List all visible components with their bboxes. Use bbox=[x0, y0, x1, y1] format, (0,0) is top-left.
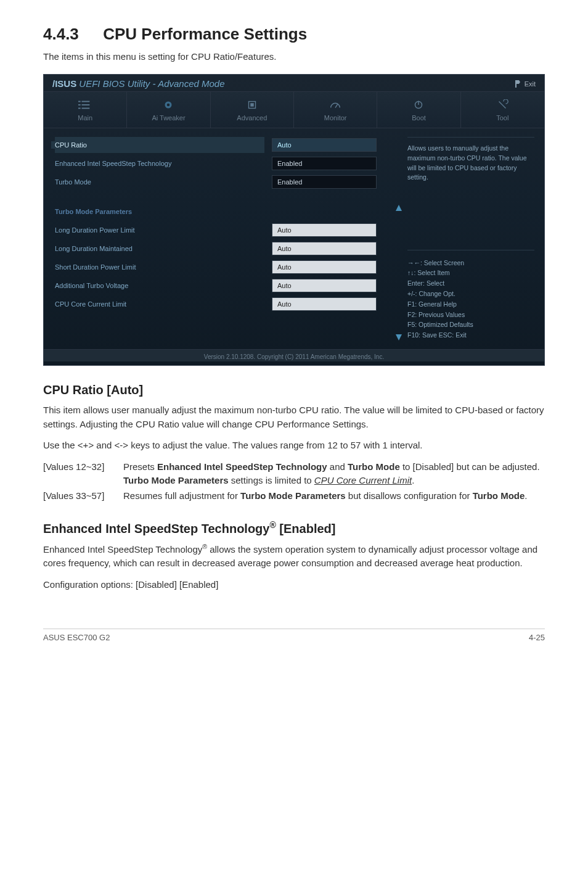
bios-value-pane: Auto Enabled Enabled Auto Auto Auto Auto bbox=[272, 137, 395, 340]
help-line: F1: General Help bbox=[407, 299, 534, 310]
label-cpu-core-limit: CPU Core Current Limit bbox=[55, 300, 264, 308]
values-row: [Values 33~57] Resumes full adjustment f… bbox=[43, 489, 545, 503]
row-short-power[interactable]: Short Duration Power Limit bbox=[55, 259, 264, 275]
values-row: [Values 12~32] Presets Enhanced Intel Sp… bbox=[43, 460, 545, 488]
label-long-maint: Long Duration Maintained bbox=[55, 245, 264, 252]
value-cpu-ratio[interactable]: Auto bbox=[272, 138, 377, 152]
chip-icon bbox=[245, 99, 259, 110]
value-row: Auto bbox=[272, 296, 389, 312]
bios-left-pane: CPU Ratio Enhanced Intel SpeedStep Techn… bbox=[44, 137, 272, 340]
tab-tool[interactable]: Tool bbox=[461, 92, 544, 128]
tab-main[interactable]: Main bbox=[44, 92, 127, 128]
value-turbo-mode[interactable]: Enabled bbox=[272, 175, 377, 189]
svg-line-10 bbox=[335, 104, 338, 108]
bios-window: /ISUS UEFI BIOS Utility - Advanced Mode … bbox=[43, 74, 545, 366]
bios-subtitle: UEFI BIOS Utility - Advanced Mode bbox=[79, 78, 224, 89]
paragraph: Enhanced Intel SpeedStep Technology® all… bbox=[43, 542, 545, 571]
list-icon bbox=[78, 99, 92, 110]
bios-titlebar: /ISUS UEFI BIOS Utility - Advanced Mode … bbox=[44, 75, 544, 91]
label-eist: Enhanced Intel SpeedStep Technology bbox=[55, 160, 264, 167]
row-add-voltage[interactable]: Additional Turbo Voltage bbox=[55, 278, 264, 294]
bios-tabs: Main Ai Tweaker Advanced Monitor Boot To… bbox=[44, 91, 544, 128]
intro-text: The items in this menu is setting for CP… bbox=[43, 51, 545, 62]
tab-label: Ai Tweaker bbox=[152, 114, 185, 122]
bios-title: /ISUS UEFI BIOS Utility - Advanced Mode bbox=[52, 78, 225, 89]
svg-rect-5 bbox=[82, 108, 90, 109]
label-short-power: Short Duration Power Limit bbox=[55, 263, 264, 271]
footer-left: ASUS ESC700 G2 bbox=[43, 633, 110, 642]
exit-button[interactable]: Exit bbox=[515, 80, 536, 88]
help-line: F10: Save ESC: Exit bbox=[407, 330, 534, 340]
values-label: [Values 12~32] bbox=[43, 460, 123, 488]
value-row-spacer bbox=[272, 204, 389, 220]
value-row: Auto bbox=[272, 259, 389, 275]
svg-rect-9 bbox=[250, 103, 254, 107]
registered-icon: ® bbox=[269, 520, 276, 530]
svg-rect-1 bbox=[82, 101, 90, 102]
gauge-icon bbox=[329, 99, 342, 110]
value-long-maint[interactable]: Auto bbox=[272, 242, 377, 255]
tab-label: Monitor bbox=[324, 114, 347, 122]
svg-rect-2 bbox=[78, 104, 81, 105]
wrench-icon bbox=[496, 99, 509, 110]
footer-right: 4-25 bbox=[529, 633, 545, 642]
row-cpu-ratio[interactable]: CPU Ratio bbox=[55, 137, 264, 153]
help-line: ↑↓: Select Item bbox=[407, 268, 534, 278]
paragraph: This item allows user manually adjust th… bbox=[43, 403, 545, 431]
help-line: F2: Previous Values bbox=[407, 310, 534, 320]
power-icon bbox=[412, 99, 425, 110]
value-long-power[interactable]: Auto bbox=[272, 223, 377, 237]
help-line: F5: Optimized Defaults bbox=[407, 320, 534, 330]
tab-advanced[interactable]: Advanced bbox=[211, 92, 294, 128]
value-cpu-core-limit[interactable]: Auto bbox=[272, 297, 377, 311]
tab-boot[interactable]: Boot bbox=[377, 92, 460, 128]
values-table: [Values 12~32] Presets Enhanced Intel Sp… bbox=[43, 460, 545, 503]
row-long-maint[interactable]: Long Duration Maintained bbox=[55, 241, 264, 257]
value-row: Enabled bbox=[272, 174, 389, 190]
value-eist[interactable]: Enabled bbox=[272, 157, 377, 170]
help-line: +/-: Change Opt. bbox=[407, 289, 534, 299]
svg-rect-0 bbox=[78, 101, 81, 102]
tab-monitor[interactable]: Monitor bbox=[294, 92, 377, 128]
label-turbo-mode: Turbo Mode bbox=[55, 178, 264, 186]
row-cpu-core-limit[interactable]: CPU Core Current Limit bbox=[55, 296, 264, 312]
exit-icon bbox=[515, 80, 521, 88]
exit-label: Exit bbox=[525, 80, 536, 88]
row-turbo-params-header: Turbo Mode Parameters bbox=[55, 204, 264, 220]
label-turbo-params: Turbo Mode Parameters bbox=[55, 208, 264, 215]
tab-label: Advanced bbox=[237, 114, 267, 122]
bios-brand: /ISUS bbox=[52, 78, 76, 89]
help-line: Enter: Select bbox=[407, 278, 534, 289]
tab-label: Tool bbox=[496, 114, 508, 122]
sub-heading-cpu-ratio: CPU Ratio [Auto] bbox=[43, 383, 545, 397]
values-label: [Values 33~57] bbox=[43, 489, 123, 503]
value-short-power[interactable]: Auto bbox=[272, 260, 377, 274]
svg-rect-4 bbox=[78, 108, 81, 109]
bios-tip: Allows users to manually adjust the maxi… bbox=[407, 137, 534, 183]
section-heading: 4.4.3 CPU Performance Settings bbox=[43, 25, 545, 44]
row-eist[interactable]: Enhanced Intel SpeedStep Technology bbox=[55, 155, 264, 171]
bios-help: →←: Select Screen ↑↓: Select Item Enter:… bbox=[407, 250, 534, 340]
row-long-power[interactable]: Long Duration Power Limit bbox=[55, 222, 264, 238]
sub-heading-eist: Enhanced Intel SpeedStep Technology® [En… bbox=[43, 520, 545, 536]
scroll-down-icon[interactable] bbox=[396, 334, 402, 340]
value-row: Auto bbox=[272, 222, 389, 238]
svg-rect-3 bbox=[82, 104, 90, 105]
label-long-power: Long Duration Power Limit bbox=[55, 226, 264, 234]
label-add-voltage: Additional Turbo Voltage bbox=[55, 282, 264, 289]
row-turbo-mode[interactable]: Turbo Mode bbox=[55, 174, 264, 190]
tab-label: Main bbox=[78, 114, 92, 122]
paragraph: Configuration options: [Disabled] [Enabl… bbox=[43, 578, 545, 592]
bios-footer: Version 2.10.1208. Copyright (C) 2011 Am… bbox=[44, 349, 544, 361]
value-row: Enabled bbox=[272, 155, 389, 171]
value-add-voltage[interactable]: Auto bbox=[272, 279, 377, 292]
page-footer: ASUS ESC700 G2 4-25 bbox=[43, 629, 545, 642]
paragraph: Use the <+> and <-> keys to adjust the v… bbox=[43, 439, 545, 453]
bios-right-pane: Allows users to manually adjust the maxi… bbox=[402, 137, 544, 340]
tab-ai-tweaker[interactable]: Ai Tweaker bbox=[127, 92, 210, 128]
values-desc: Resumes full adjustment for Turbo Mode P… bbox=[123, 489, 545, 503]
svg-point-7 bbox=[167, 104, 170, 107]
scroll-up-icon[interactable] bbox=[396, 205, 402, 211]
scroll-indicator bbox=[395, 137, 402, 340]
gear-icon bbox=[161, 99, 175, 110]
